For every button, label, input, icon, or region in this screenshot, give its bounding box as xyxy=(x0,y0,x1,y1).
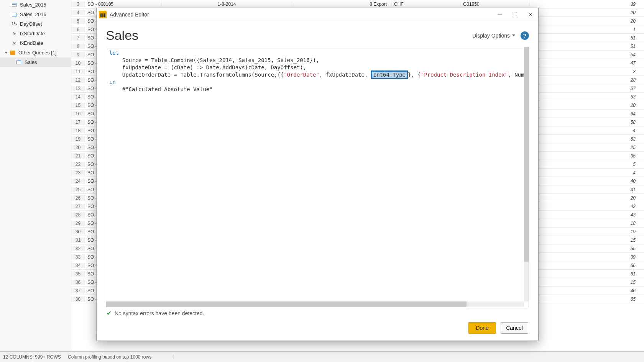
row-number: 6 xyxy=(71,27,85,32)
code-text[interactable]: let Source = Table.Combine({Sales_2014, … xyxy=(106,47,524,301)
cell-value: 5 xyxy=(530,162,644,167)
row-number: 23 xyxy=(71,170,85,175)
cell-value: 15 xyxy=(530,280,644,285)
cell-value: 4 xyxy=(530,170,644,175)
check-icon: ✔ xyxy=(107,310,112,317)
cell-qty: 8 Export xyxy=(292,2,392,7)
table-icon xyxy=(11,2,18,8)
cell-value: 25 xyxy=(530,145,644,150)
query-item-sales-2015[interactable]: Sales_2015 xyxy=(0,0,71,10)
cell-value: 20 xyxy=(530,195,644,201)
cell-date: 1-8-2014 xyxy=(162,2,292,7)
group-label: Other Queries [1] xyxy=(18,50,57,56)
cell-value: 18 xyxy=(530,221,644,226)
query-item-sales-2016[interactable]: Sales_2016 xyxy=(0,10,71,19)
code-editor[interactable]: let Source = Table.Combine({Sales_2014, … xyxy=(106,47,529,307)
query-item-fxstartdate[interactable]: fx fxStartDate xyxy=(0,29,71,38)
cell-value: 61 xyxy=(530,271,644,277)
cell-value: 20 xyxy=(530,18,644,24)
row-number: 31 xyxy=(71,238,85,243)
row-number: 12 xyxy=(71,77,85,83)
maximize-button[interactable]: ☐ xyxy=(508,8,523,21)
cell-value: 53 xyxy=(530,94,644,100)
app-logo-icon xyxy=(99,11,107,18)
cell-value: 47 xyxy=(530,61,644,66)
row-number: 30 xyxy=(71,229,85,234)
row-number: 3 xyxy=(71,2,85,7)
row-number: 7 xyxy=(71,35,85,41)
cell-order-id: SO - 000105 xyxy=(85,2,162,7)
folder-icon xyxy=(9,50,16,56)
row-number: 34 xyxy=(71,263,85,268)
chevron-down-icon xyxy=(5,52,8,54)
cell-value: 43 xyxy=(530,212,644,218)
cell-code: G01950 xyxy=(461,2,530,7)
row-number: 35 xyxy=(71,271,85,277)
status-bar: 12 COLUMNS, 999+ ROWS Column profiling b… xyxy=(0,351,644,362)
status-profiling: Column profiling based on top 1000 rows xyxy=(68,354,151,360)
minimize-button[interactable]: — xyxy=(492,8,508,21)
close-button[interactable]: ✕ xyxy=(523,8,538,21)
cell-value: 4 xyxy=(530,128,644,133)
table-icon xyxy=(15,60,22,65)
row-number: 32 xyxy=(71,246,85,251)
row-number: 24 xyxy=(71,179,85,184)
chevron-left-icon[interactable]: 〈 xyxy=(169,354,175,360)
cell-value: 66 xyxy=(530,263,644,268)
row-number: 28 xyxy=(71,212,85,218)
syntax-message: No syntax errors have been detected. xyxy=(115,310,204,316)
advanced-editor-dialog: Advanced Editor — ☐ ✕ Sales Display Opti… xyxy=(96,8,539,341)
query-label: fxStartDate xyxy=(20,31,45,36)
table-row[interactable]: 3 SO - 000105 1-8-2014 8 Export CHF G019… xyxy=(71,0,644,8)
display-options-dropdown[interactable]: Display Options xyxy=(472,33,515,39)
row-number: 20 xyxy=(71,145,85,150)
function-icon: fx xyxy=(11,41,18,46)
cell-value: 15 xyxy=(530,238,644,243)
cell-value: 64 xyxy=(530,111,644,116)
row-number: 5 xyxy=(71,18,85,24)
cell-value: 54 xyxy=(530,52,644,57)
cell-value: 20 xyxy=(530,103,644,108)
cell-value: 57 xyxy=(530,86,644,91)
cell-value: 35 xyxy=(530,153,644,159)
row-number: 4 xyxy=(71,10,85,15)
vertical-scrollbar[interactable] xyxy=(524,47,529,301)
query-item-sales[interactable]: Sales xyxy=(0,57,71,67)
number-icon: 1²₃ xyxy=(11,21,18,27)
row-number: 13 xyxy=(71,86,85,91)
cancel-button[interactable]: Cancel xyxy=(501,322,528,334)
query-label: Sales_2016 xyxy=(20,11,46,17)
row-number: 36 xyxy=(71,280,85,285)
dialog-titlebar[interactable]: Advanced Editor — ☐ ✕ xyxy=(97,8,538,21)
selected-text[interactable]: Int64.Type xyxy=(371,70,408,79)
help-button[interactable]: ? xyxy=(521,31,529,40)
cell-value: 1 xyxy=(530,27,644,32)
row-number: 22 xyxy=(71,162,85,167)
query-item-fxenddate[interactable]: fx fxEndDate xyxy=(0,38,71,48)
row-number: 38 xyxy=(71,296,85,302)
dialog-title: Advanced Editor xyxy=(110,11,149,18)
cell-value: 31 xyxy=(530,187,644,192)
row-number: 17 xyxy=(71,120,85,125)
cell-value: 3 xyxy=(530,69,644,74)
cell-value: 65 xyxy=(530,296,644,302)
scrollbar-thumb[interactable] xyxy=(524,47,529,262)
done-button[interactable]: Done xyxy=(468,322,496,334)
query-label: Sales_2015 xyxy=(20,2,46,8)
cell-value: 39 xyxy=(530,254,644,260)
cell-value: 55 xyxy=(530,246,644,251)
cell-value: 42 xyxy=(530,204,644,209)
query-item-dayoffset[interactable]: 1²₃ DayOffset xyxy=(0,19,71,29)
cell-value: 20 xyxy=(530,10,644,15)
query-group-other[interactable]: Other Queries [1] xyxy=(0,48,71,57)
cell-value: 51 xyxy=(530,35,644,41)
query-label: Sales xyxy=(25,59,37,65)
scrollbar-thumb[interactable] xyxy=(106,301,467,307)
horizontal-scrollbar[interactable] xyxy=(106,301,524,307)
row-number: 8 xyxy=(71,44,85,49)
status-columns: 12 COLUMNS, 999+ ROWS xyxy=(3,354,61,360)
query-label: DayOffset xyxy=(20,21,42,27)
row-number: 25 xyxy=(71,187,85,192)
row-number: 19 xyxy=(71,136,85,142)
cell-value: 39 xyxy=(530,2,644,7)
